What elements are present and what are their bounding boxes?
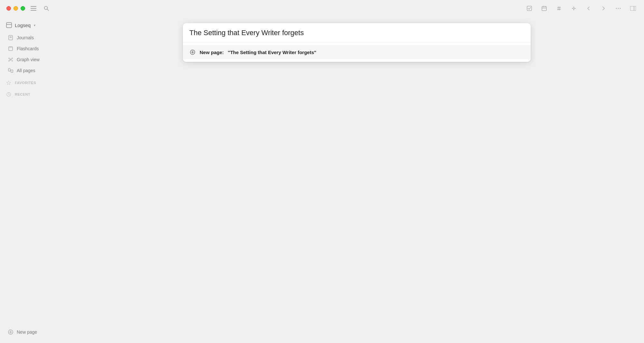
svg-marker-34 — [6, 81, 11, 85]
svg-rect-17 — [630, 6, 636, 11]
search-results: New page: "The Setting that Every Writer… — [183, 43, 531, 62]
graph-view-icon — [8, 57, 14, 62]
back-icon[interactable] — [584, 4, 593, 13]
svg-rect-33 — [11, 70, 13, 72]
svg-point-15 — [618, 8, 619, 9]
all-pages-label: All pages — [17, 68, 35, 73]
titlebar-left — [6, 4, 51, 13]
sidebar: Logseq ▾ Journals Flashcards Graph view — [0, 17, 70, 343]
result-prefix: New page: — [200, 50, 224, 55]
calendar-icon[interactable] — [540, 4, 549, 13]
task-icon[interactable] — [525, 4, 534, 13]
favorites-section: FAVORITES — [0, 76, 70, 88]
search-modal: New page: "The Setting that Every Writer… — [183, 23, 531, 62]
content-area: New page: "The Setting that Every Writer… — [70, 17, 644, 343]
result-text: New page: "The Setting that Every Writer… — [200, 50, 316, 55]
clock-icon — [6, 91, 12, 97]
journals-icon — [8, 35, 14, 41]
svg-rect-5 — [527, 6, 532, 11]
maximize-button[interactable] — [21, 6, 25, 11]
recent-label: RECENT — [15, 92, 30, 96]
right-sidebar-icon[interactable] — [629, 4, 638, 13]
svg-rect-6 — [542, 6, 546, 11]
svg-point-16 — [620, 8, 621, 9]
hash-icon[interactable] — [554, 4, 564, 13]
svg-rect-32 — [8, 69, 10, 71]
logseq-logo-text: Logseq — [15, 23, 31, 28]
sidebar-item-flashcards[interactable]: Flashcards — [2, 43, 68, 54]
favorites-label: FAVORITES — [15, 81, 36, 85]
recent-section: RECENT — [0, 88, 70, 99]
result-plus-icon — [189, 49, 196, 55]
new-page-button[interactable]: New page — [2, 327, 68, 338]
journals-label: Journals — [17, 35, 34, 40]
search-input[interactable] — [189, 29, 524, 37]
search-input-row — [183, 23, 531, 43]
new-page-label: New page — [17, 329, 37, 335]
sparkle-icon[interactable] — [569, 4, 578, 13]
logseq-logo-arrow: ▾ — [34, 24, 35, 27]
result-value: "The Setting that Every Writer forgets" — [228, 50, 317, 55]
sidebar-logo[interactable]: Logseq ▾ — [0, 19, 70, 32]
logseq-logo-icon — [6, 22, 12, 28]
traffic-lights — [6, 6, 25, 11]
main-layout: Logseq ▾ Journals Flashcards Graph view — [0, 17, 644, 343]
forward-icon[interactable] — [599, 4, 608, 13]
svg-line-13 — [560, 6, 560, 10]
sidebar-item-all-pages[interactable]: All pages — [2, 65, 68, 76]
sidebar-item-journals[interactable]: Journals — [2, 33, 68, 43]
svg-point-14 — [616, 8, 617, 9]
close-button[interactable] — [6, 6, 11, 11]
sidebar-bottom: New page — [0, 324, 70, 340]
svg-rect-2 — [31, 10, 36, 11]
flashcards-label: Flashcards — [17, 46, 39, 51]
more-icon[interactable] — [614, 4, 623, 13]
titlebar-right — [525, 4, 638, 13]
svg-rect-19 — [6, 23, 12, 28]
star-icon — [6, 80, 12, 86]
flashcards-icon — [8, 46, 14, 52]
all-pages-icon — [8, 68, 14, 73]
sidebar-item-graph-view[interactable]: Graph view — [2, 54, 68, 65]
svg-line-12 — [558, 6, 558, 10]
svg-rect-1 — [31, 8, 36, 9]
svg-rect-0 — [31, 6, 36, 7]
minimize-button[interactable] — [14, 6, 18, 11]
result-spacer — [225, 50, 228, 55]
graph-view-label: Graph view — [17, 57, 40, 62]
svg-line-4 — [47, 9, 49, 11]
titlebar — [0, 0, 644, 17]
new-page-icon — [8, 329, 14, 335]
sidebar-toggle-icon[interactable] — [29, 4, 38, 13]
svg-point-28 — [12, 61, 13, 62]
search-icon[interactable] — [42, 4, 51, 13]
search-result-new-page[interactable]: New page: "The Setting that Every Writer… — [183, 45, 531, 59]
